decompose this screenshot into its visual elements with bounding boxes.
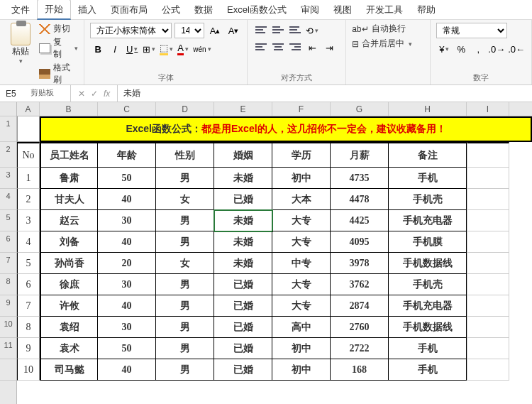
row-header[interactable]: 10: [0, 317, 16, 338]
currency-button[interactable]: ¥▾: [436, 41, 452, 57]
decrease-indent-button[interactable]: ⇤: [304, 40, 320, 55]
cell[interactable]: 已婚: [214, 189, 272, 210]
cell[interactable]: 手机膜: [389, 231, 467, 253]
cell[interactable]: 男: [156, 231, 214, 253]
cell[interactable]: 30: [98, 317, 156, 338]
grid[interactable]: A B C D E F G H I Excel函数公式：都是用Excel的人，这…: [17, 102, 532, 404]
col-header[interactable]: D: [156, 102, 214, 116]
cell[interactable]: 20: [98, 253, 156, 274]
cell[interactable]: 4095: [331, 231, 389, 253]
cell[interactable]: [467, 210, 509, 231]
cell[interactable]: 大专: [272, 231, 331, 253]
copy-button[interactable]: 复制▾: [39, 36, 78, 60]
cell[interactable]: [467, 338, 509, 359]
cell[interactable]: 备注: [389, 142, 467, 168]
col-header[interactable]: H: [389, 102, 467, 116]
merge-center-button[interactable]: ⊟合并后居中▾: [352, 38, 424, 50]
menu-review[interactable]: 审阅: [294, 1, 326, 19]
align-right-button[interactable]: [287, 40, 303, 54]
cell[interactable]: 月薪: [331, 142, 389, 168]
font-size-select[interactable]: 14: [174, 23, 204, 38]
cell[interactable]: 6: [17, 274, 40, 295]
cell[interactable]: [467, 295, 509, 317]
col-header[interactable]: C: [98, 102, 156, 116]
cell[interactable]: 中专: [272, 253, 331, 274]
border-button[interactable]: ⊞▾: [141, 41, 157, 57]
menu-help[interactable]: 帮助: [410, 1, 443, 19]
cell[interactable]: 已婚: [214, 317, 272, 338]
cell[interactable]: 2: [17, 189, 40, 210]
cell[interactable]: 大专: [272, 295, 331, 317]
cell[interactable]: No: [17, 142, 40, 168]
cell[interactable]: 手机数据线: [389, 253, 467, 274]
cell[interactable]: 男: [156, 338, 214, 359]
cell[interactable]: 性别: [156, 142, 214, 168]
cell[interactable]: 袁绍: [40, 317, 98, 338]
cell[interactable]: 3: [17, 210, 40, 231]
decrease-decimal-button[interactable]: .0←: [507, 41, 526, 57]
menu-dev[interactable]: 开发工具: [359, 1, 410, 19]
cell[interactable]: 高中: [272, 317, 331, 338]
comma-button[interactable]: ,: [470, 41, 486, 57]
cell[interactable]: 许攸: [40, 295, 98, 317]
orientation-button[interactable]: ⟲▾: [304, 23, 320, 38]
cell[interactable]: 30: [98, 210, 156, 231]
banner-cell[interactable]: Excel函数公式：都是用Excel的人，这几招你不一定会，建议收藏备用！: [40, 116, 532, 142]
cell[interactable]: 8: [17, 317, 40, 338]
cell[interactable]: 大本: [272, 189, 331, 210]
cell[interactable]: 40: [98, 189, 156, 210]
cell[interactable]: [467, 359, 509, 381]
cell[interactable]: 手机充电器: [389, 210, 467, 231]
cell[interactable]: 2760: [331, 317, 389, 338]
cell[interactable]: 男: [156, 317, 214, 338]
cell[interactable]: 2722: [331, 338, 389, 359]
name-box[interactable]: E5: [0, 85, 71, 102]
cell[interactable]: 初中: [272, 338, 331, 359]
cell[interactable]: 10: [17, 359, 40, 381]
cell[interactable]: 男: [156, 274, 214, 295]
cell[interactable]: 手机壳: [389, 189, 467, 210]
cell[interactable]: 男: [156, 295, 214, 317]
row-header[interactable]: 7: [0, 253, 16, 274]
formula-input[interactable]: 未婚: [117, 85, 532, 102]
cell[interactable]: 未婚: [214, 168, 272, 189]
cell[interactable]: 3762: [331, 274, 389, 295]
menu-file[interactable]: 文件: [4, 1, 37, 19]
cell[interactable]: 孙尚香: [40, 253, 98, 274]
row-header[interactable]: 2: [0, 142, 16, 168]
italic-button[interactable]: I: [107, 41, 123, 57]
cell[interactable]: 徐庶: [40, 274, 98, 295]
cell[interactable]: 5: [17, 253, 40, 274]
menu-home[interactable]: 开始: [37, 0, 71, 20]
row-header[interactable]: [0, 359, 16, 381]
menu-excelfx[interactable]: Excel函数公式: [220, 1, 294, 19]
cell[interactable]: 7: [17, 295, 40, 317]
cell[interactable]: [467, 274, 509, 295]
align-center-button[interactable]: [270, 40, 286, 54]
row-header[interactable]: 6: [0, 231, 16, 253]
cell[interactable]: 年龄: [98, 142, 156, 168]
cell[interactable]: [17, 116, 40, 142]
cell[interactable]: 40: [98, 359, 156, 381]
cell[interactable]: 鲁肃: [40, 168, 98, 189]
menu-insert[interactable]: 插入: [71, 1, 104, 19]
row-header[interactable]: 1: [0, 116, 16, 142]
cell[interactable]: 未婚: [214, 253, 272, 274]
cell[interactable]: [467, 168, 509, 189]
cell[interactable]: 大专: [272, 274, 331, 295]
cut-button[interactable]: 剪切: [39, 23, 78, 35]
confirm-icon[interactable]: ✓: [91, 89, 98, 99]
cell[interactable]: 30: [98, 274, 156, 295]
decrease-font-button[interactable]: A▾: [226, 23, 241, 38]
cell[interactable]: 已婚: [214, 338, 272, 359]
cell[interactable]: 赵云: [40, 210, 98, 231]
cell[interactable]: 手机壳: [389, 274, 467, 295]
cell[interactable]: 女: [156, 189, 214, 210]
col-header[interactable]: G: [331, 102, 389, 116]
cell[interactable]: [467, 231, 509, 253]
row-header[interactable]: 4: [0, 189, 16, 210]
cell[interactable]: 3978: [331, 253, 389, 274]
wrap-text-button[interactable]: ab↵自动换行: [352, 23, 424, 35]
row-header[interactable]: 3: [0, 168, 16, 189]
cell[interactable]: 50: [98, 168, 156, 189]
